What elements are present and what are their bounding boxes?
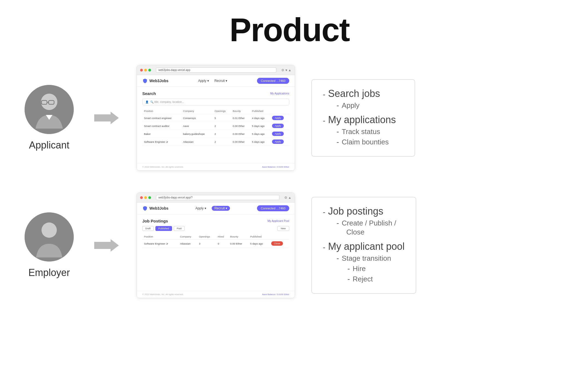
info-apply: - Apply <box>336 101 404 110</box>
my-applications-link[interactable]: My Applications <box>270 92 289 95</box>
info-search-jobs: - Search jobs <box>323 88 404 99</box>
td-company-emp: Atlassian <box>178 240 197 248</box>
dot-red-employer <box>140 196 143 199</box>
employer-browser: web3jobs-dapp.vercel.app/? ⚙ ▲ Web3Jobs … <box>137 192 295 298</box>
th-bounty: Bounty <box>231 108 250 114</box>
browser-dots <box>140 69 151 72</box>
tab-draft[interactable]: Draft <box>142 226 154 231</box>
nav-apply-employer[interactable]: Apply ▾ <box>196 206 206 211</box>
td-position-emp: Software Engineer Jr <box>142 240 178 248</box>
aave-balance-employer: Aave Balance: 0.0100 Ether <box>262 293 289 296</box>
tab-published[interactable]: Published <box>155 226 172 231</box>
connected-button-employer[interactable]: Connected ...7460 <box>257 205 289 211</box>
applicant-info-box: - Search jobs - Apply - My applications … <box>311 79 415 157</box>
w3j-logo-text-employer: Web3Jobs <box>149 206 169 210</box>
td-bounty: 0.00 Ether <box>231 130 250 138</box>
info-hire: - Hire <box>347 264 405 273</box>
dot-yellow <box>144 69 147 72</box>
td-published-emp: 5 days ago <box>249 240 270 248</box>
dash-stage: - <box>336 254 339 263</box>
dash-my-apps: - <box>323 116 325 125</box>
new-posting-button[interactable]: New <box>277 226 289 231</box>
table-row: Smart contract auditor Aave 2 0.00 Ether… <box>142 122 289 130</box>
eth-published: Published <box>249 234 270 240</box>
claim-bounties-label: Claim bounties <box>342 138 389 146</box>
w3j-navbar-applicant: Web3Jobs Apply ▾ Recruit ▾ Connected ...… <box>137 75 295 87</box>
browser-topbar-employer: web3jobs-dapp.vercel.app/? ⚙ ▲ <box>137 193 295 203</box>
dash-track: - <box>336 127 339 136</box>
reject-label: Reject <box>353 275 373 283</box>
td-action[interactable]: Apply <box>270 122 289 130</box>
dash-create: - <box>336 219 339 227</box>
apply-button[interactable]: Apply <box>272 124 284 128</box>
browser-dots-employer <box>140 196 151 199</box>
td-company: bakery.guideshope <box>181 130 213 138</box>
td-openings: 2 <box>213 138 231 146</box>
eth-company: Company <box>178 234 197 240</box>
td-company: Consensys <box>181 114 213 122</box>
th-openings: Openings <box>213 108 231 114</box>
w3j-logo-applicant: Web3Jobs <box>142 78 169 84</box>
dash-apply: - <box>336 101 339 110</box>
td-bounty: 0.00 Ether <box>231 122 250 130</box>
job-postings-header: Job Postings My Applicant Pool <box>142 219 289 223</box>
svg-marker-8 <box>94 239 119 252</box>
page-title: Product <box>0 0 579 65</box>
td-bounty-emp: 0.00 Ether <box>229 240 249 248</box>
dot-red <box>140 69 143 72</box>
dash-job-postings: - <box>323 208 325 216</box>
employer-avatar-area: Employer <box>22 212 76 278</box>
connected-button-applicant[interactable]: Connected ...7460 <box>257 78 289 84</box>
apply-button[interactable]: Apply <box>272 139 284 144</box>
copyright-employer: © 2022 Web3Jobs, Inc. All rights reserve… <box>142 293 184 296</box>
search-title: Search <box>142 91 156 96</box>
info-job-postings: - Job postings <box>323 206 405 217</box>
td-company: Atlassian <box>181 138 213 146</box>
td-published: 4 days ago <box>250 114 270 122</box>
table-row: Smart contract engineer Consensys 5 0.01… <box>142 114 289 122</box>
applicant-section: Applicant web3jobs-dapp.vercel.app ⚙ ♥ ▲ <box>22 65 557 171</box>
nav-recruit-employer[interactable]: Recruit ▾ <box>212 206 230 211</box>
my-applications-label: My applications <box>328 114 396 126</box>
browser-body-employer: Job Postings My Applicant Pool Draft Pub… <box>137 214 295 291</box>
search-placeholder: 🔍 title, company, location... <box>150 100 184 103</box>
close-button[interactable]: Close <box>271 241 283 246</box>
browser-footer-applicant: © 2022 Web3Jobs, Inc. All rights reserve… <box>137 163 295 170</box>
info-my-applications: - My applications <box>323 114 404 126</box>
employer-table-header-row: Position Company Openings Hired Bounty P… <box>142 234 289 240</box>
job-postings-label: Job postings <box>328 206 383 217</box>
apply-label: Apply <box>342 101 359 110</box>
td-action[interactable]: Apply <box>270 130 289 138</box>
my-applicant-pool-link[interactable]: My Applicant Pool <box>268 219 290 222</box>
stage-transition-label: Stage transition <box>342 254 391 263</box>
apply-button[interactable]: Apply <box>272 132 284 136</box>
search-header: Search My Applications <box>142 91 289 96</box>
td-position: Software Engineer Jr <box>142 138 181 146</box>
apply-button[interactable]: Apply <box>272 116 284 120</box>
applicant-arrow <box>93 111 120 125</box>
eth-hired: Hired <box>216 234 229 240</box>
td-action[interactable]: Apply <box>270 114 289 122</box>
th-position: Position <box>142 108 181 114</box>
w3j-nav-links-employer: Apply ▾ Recruit ▾ <box>196 206 230 211</box>
td-position: Baker <box>142 130 181 138</box>
tab-past[interactable]: Past <box>174 226 185 231</box>
browser-footer-employer: © 2022 Web3Jobs, Inc. All rights reserve… <box>137 291 295 298</box>
employer-info-box: - Job postings - Create / Publish / Clos… <box>311 197 416 294</box>
td-action-emp[interactable]: Close <box>270 240 289 248</box>
applicant-avatar-area: Applicant <box>22 85 76 151</box>
table-row: Software Engineer Jr Atlassian 3 0 0.00 … <box>142 240 289 248</box>
main-content: Applicant web3jobs-dapp.vercel.app ⚙ ♥ ▲ <box>0 65 579 314</box>
nav-apply[interactable]: Apply ▾ <box>198 79 209 83</box>
search-bar[interactable]: 👤 🔍 title, company, location... <box>142 99 289 105</box>
th-company: Company <box>181 108 213 114</box>
td-action[interactable]: Apply <box>270 138 289 146</box>
browser-icons: ⚙ ♥ ▲ <box>281 68 291 72</box>
info-reject: - Reject <box>347 275 405 283</box>
nav-recruit[interactable]: Recruit ▾ <box>214 79 227 83</box>
search-icon: 👤 <box>145 100 149 103</box>
browser-url-employer: web3jobs-dapp.vercel.app/? <box>156 195 279 200</box>
w3j-logo-employer: Web3Jobs <box>142 206 169 211</box>
eth-position: Position <box>142 234 178 240</box>
info-claim-bounties: - Claim bounties <box>336 138 404 146</box>
